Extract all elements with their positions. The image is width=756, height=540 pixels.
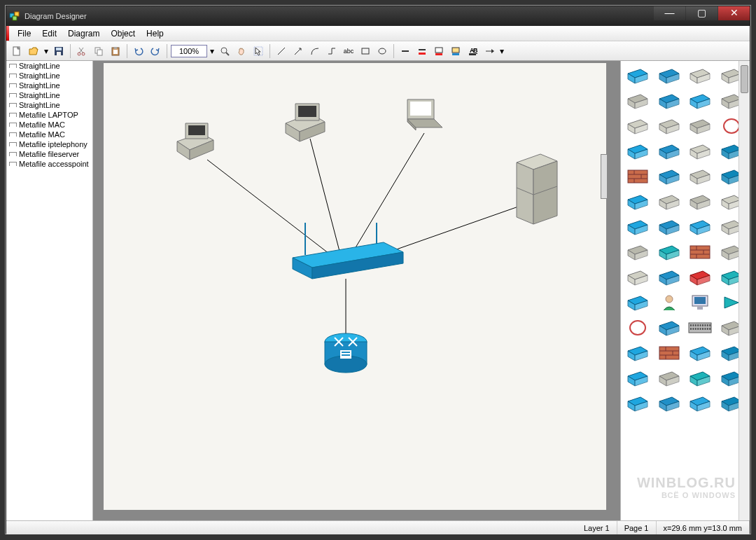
- menu-diagram[interactable]: Diagram: [62, 27, 105, 41]
- palette-brick-wall[interactable]: [657, 342, 682, 364]
- palette-ssl-appliance[interactable]: [625, 342, 650, 364]
- text-tool[interactable]: abc: [341, 43, 356, 59]
- open-file-button[interactable]: [26, 43, 41, 59]
- palette-server-grey[interactable]: [625, 90, 650, 111]
- menu-object[interactable]: Object: [105, 27, 141, 41]
- open-dropdown[interactable]: ▾: [43, 43, 50, 59]
- palette-shelf-box[interactable]: [687, 141, 713, 162]
- undo-button[interactable]: [131, 43, 146, 59]
- object-list-item[interactable]: Metafile MAC: [6, 120, 92, 130]
- zoom-dropdown[interactable]: ▾: [209, 43, 216, 59]
- arrow-style-button[interactable]: [482, 43, 497, 59]
- palette-globe[interactable]: [687, 191, 713, 212]
- palette-router-blue[interactable]: [625, 141, 650, 162]
- palette-switch-small[interactable]: [657, 216, 682, 237]
- line-color-button[interactable]: [414, 43, 430, 59]
- text-color-button[interactable]: AB: [465, 43, 480, 59]
- palette-switch-round[interactable]: [687, 216, 713, 237]
- save-button[interactable]: [51, 43, 66, 59]
- palette-panel-red[interactable]: [687, 267, 713, 288]
- palette-firewall-alt[interactable]: [687, 242, 713, 263]
- palette-cylinder-teal[interactable]: [657, 242, 682, 263]
- diagram-canvas[interactable]: [103, 62, 607, 511]
- menu-file[interactable]: File: [12, 27, 36, 41]
- object-list-panel[interactable]: StraightLineStraightLineStraightLineStra…: [6, 61, 93, 520]
- palette-waves-blue[interactable]: [657, 393, 682, 414]
- status-layer[interactable]: Layer 1: [577, 521, 617, 534]
- zoom-input[interactable]: 100%: [171, 45, 207, 57]
- line-weight-button[interactable]: [398, 43, 413, 59]
- palette-firewall-red[interactable]: [625, 166, 650, 187]
- curve-tool[interactable]: [307, 43, 323, 59]
- palette-box-blue-a[interactable]: [625, 368, 650, 389]
- redo-button[interactable]: [148, 43, 163, 59]
- palette-monitor-blue[interactable]: [687, 90, 713, 111]
- object-list-item[interactable]: Metafile LAPTOP: [6, 110, 92, 120]
- palette-shape-cross[interactable]: [625, 191, 650, 212]
- palette-router-box[interactable]: [657, 141, 682, 162]
- pointer-tool-button[interactable]: [251, 43, 266, 59]
- scrollbar-thumb[interactable]: [741, 65, 748, 93]
- palette-keyboard[interactable]: [687, 317, 713, 338]
- palette-workstation-alt[interactable]: [657, 116, 682, 137]
- canvas-viewport[interactable]: [93, 61, 620, 520]
- status-page[interactable]: Page 1: [617, 521, 657, 534]
- fill-2-button[interactable]: [448, 43, 463, 59]
- palette-switch-layer[interactable]: [657, 166, 682, 187]
- copy-button[interactable]: [91, 43, 106, 59]
- fill-color-button[interactable]: [431, 43, 447, 59]
- line-tool[interactable]: [274, 43, 289, 59]
- palette-workstation[interactable]: [625, 116, 650, 137]
- maximize-button[interactable]: ▢: [686, 6, 718, 20]
- magnify-button[interactable]: [217, 43, 232, 59]
- close-button[interactable]: ✕: [718, 6, 750, 20]
- palette-radio-icon[interactable]: [625, 393, 650, 414]
- minimize-button[interactable]: —: [654, 6, 685, 20]
- cut-button[interactable]: [74, 43, 90, 59]
- palette-monitor[interactable]: [687, 292, 713, 313]
- pan-hand-button[interactable]: [234, 43, 249, 59]
- palette-box-grey-a[interactable]: [657, 368, 682, 389]
- palette-switch-flat[interactable]: [657, 267, 682, 288]
- palette-laptop-blue[interactable]: [657, 90, 682, 111]
- palette-tower-blue[interactable]: [625, 216, 650, 237]
- palette-box-teal-a[interactable]: [687, 368, 713, 389]
- palette-disk[interactable]: [657, 191, 682, 212]
- rect-tool[interactable]: [358, 43, 373, 59]
- canvas-scroll-handle[interactable]: [601, 154, 608, 199]
- object-list-item[interactable]: StraightLine: [6, 90, 92, 100]
- palette-node-blue[interactable]: [625, 292, 650, 313]
- palette-hub-blue[interactable]: [657, 65, 682, 86]
- palette-stack-blue[interactable]: [625, 65, 650, 86]
- paste-button[interactable]: [108, 43, 123, 59]
- object-list-item[interactable]: Metafile accesspoint: [6, 159, 92, 169]
- ellipse-tool[interactable]: [374, 43, 390, 59]
- palette-ap-icon[interactable]: [687, 393, 713, 414]
- palette-scrollbar[interactable]: [738, 61, 750, 520]
- menu-edit[interactable]: Edit: [36, 27, 62, 41]
- new-file-button[interactable]: [9, 43, 24, 59]
- object-list-item[interactable]: Metafile iptelephony: [6, 139, 92, 149]
- palette-arrow-set[interactable]: [687, 65, 713, 86]
- palette-person[interactable]: [657, 292, 682, 313]
- palette-cloud-icon[interactable]: [687, 166, 713, 187]
- palette-switch-icon[interactable]: [687, 342, 713, 364]
- palette-tablet[interactable]: [687, 116, 713, 137]
- object-list-item[interactable]: StraightLine: [6, 71, 92, 81]
- object-list-item[interactable]: Metafile MAC: [6, 130, 92, 139]
- svg-rect-28: [452, 48, 459, 53]
- palette-token-ring[interactable]: [657, 317, 682, 338]
- object-list-item[interactable]: StraightLine: [6, 100, 92, 110]
- connector-tool[interactable]: [324, 43, 340, 59]
- object-list-item[interactable]: Metafile fileserver: [6, 149, 92, 159]
- palette-modem[interactable]: [625, 267, 650, 288]
- palette-circle-hollow[interactable]: [625, 317, 650, 338]
- style-dropdown[interactable]: ▾: [498, 43, 505, 59]
- arrow-tool[interactable]: [290, 43, 306, 59]
- menu-help[interactable]: Help: [141, 27, 169, 41]
- palette-base-station[interactable]: [625, 242, 650, 263]
- object-list-item[interactable]: StraightLine: [6, 81, 92, 90]
- titlebar[interactable]: Diagram Designer — ▢ ✕: [6, 6, 750, 26]
- object-list-item[interactable]: StraightLine: [6, 61, 92, 71]
- shape-palette[interactable]: WINBLOG.RU ВСЁ О WINDOWS: [620, 61, 750, 520]
